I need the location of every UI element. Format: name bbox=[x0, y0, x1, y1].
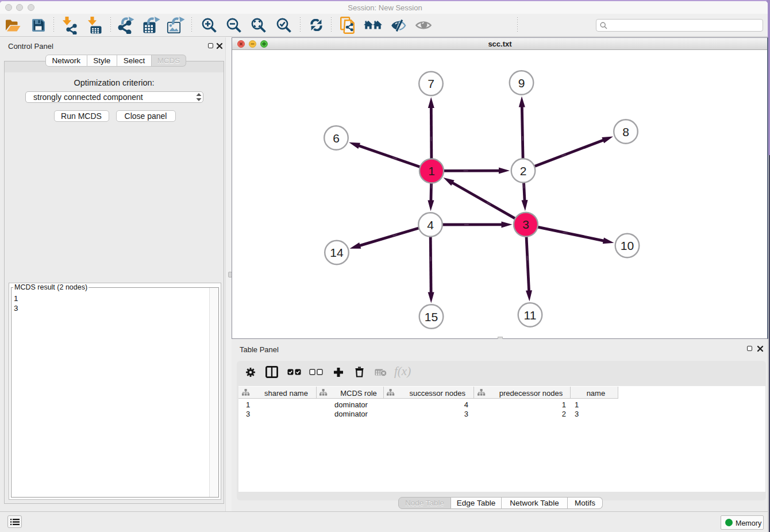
svg-text:1: 1 bbox=[428, 164, 435, 178]
svg-text:4: 4 bbox=[427, 218, 434, 232]
svg-text:10: 10 bbox=[621, 239, 634, 252]
svg-text:11: 11 bbox=[524, 309, 537, 322]
svg-text:15: 15 bbox=[425, 310, 438, 323]
svg-text:2: 2 bbox=[520, 164, 527, 178]
svg-text:3: 3 bbox=[522, 218, 529, 231]
svg-text:9: 9 bbox=[518, 76, 525, 90]
svg-text:14: 14 bbox=[330, 246, 344, 259]
svg-text:7: 7 bbox=[428, 77, 434, 90]
svg-text:6: 6 bbox=[333, 132, 340, 145]
svg-text:8: 8 bbox=[622, 125, 629, 138]
